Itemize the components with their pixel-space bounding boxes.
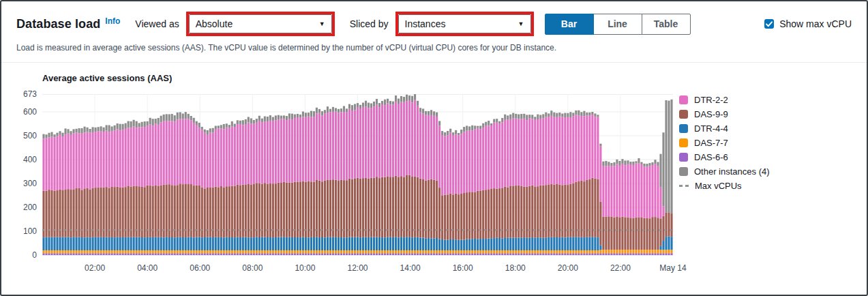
x-tick-label: 02:00: [71, 263, 119, 273]
legend-item[interactable]: DAS-9-9: [679, 107, 770, 121]
legend-item-max-vcpus[interactable]: Max vCPUs: [679, 179, 770, 193]
x-tick-label: 10:00: [281, 263, 329, 273]
info-link[interactable]: Info: [105, 16, 120, 26]
chart-type-toggle: Bar Line Table: [545, 14, 691, 35]
legend-swatch-icon: [679, 153, 688, 162]
x-tick-label: 14:00: [387, 263, 434, 273]
legend-swatch-icon: [679, 95, 688, 104]
y-tick-label: 100: [4, 226, 37, 236]
table-view-button[interactable]: Table: [642, 14, 691, 35]
legend-swatch-icon: [679, 167, 688, 176]
x-tick-label: 20:00: [544, 263, 592, 273]
widget-description: Load is measured in average active sessi…: [1, 36, 867, 62]
y-tick-label: 500: [4, 131, 37, 140]
x-tick-label: 12:00: [334, 263, 382, 273]
x-tick-label: 06:00: [176, 263, 224, 273]
legend-swatch-icon: [679, 124, 688, 133]
y-tick-label: 673: [4, 89, 37, 99]
x-tick-label: 22:00: [597, 263, 644, 273]
legend-label: DTR-2-2: [694, 95, 728, 105]
y-tick-label: 600: [4, 107, 37, 117]
database-load-widget: Database load Info Viewed as Absolute ▼ …: [1, 1, 867, 292]
page-title: Database load: [16, 17, 100, 31]
sliced-by-value: Instances: [405, 18, 446, 29]
x-tick-label: 08:00: [228, 263, 276, 273]
legend-label: Max vCPUs: [695, 181, 742, 191]
chart-legend: DTR-2-2DAS-9-9DTR-4-4DAS-7-7DAS-6-6Other…: [679, 93, 770, 193]
bar-view-button[interactable]: Bar: [545, 14, 594, 35]
viewed-as-annotation-box: Absolute ▼: [186, 12, 335, 36]
show-max-vcpu-label: Show max vCPU: [779, 18, 852, 29]
y-tick-label: 200: [4, 203, 37, 212]
sliced-by-label: Sliced by: [350, 18, 389, 29]
x-tick-label: 16:00: [439, 263, 487, 273]
dashed-line-icon: [679, 185, 689, 187]
viewed-as-value: Absolute: [196, 18, 233, 29]
db-load-chart: Average active sessions (AAS) 6736005004…: [1, 63, 867, 292]
legend-item[interactable]: Other instances (4): [679, 164, 770, 179]
x-tick-label: 04:00: [123, 263, 171, 273]
y-tick-label: 300: [4, 179, 37, 188]
stacked-bar-plot[interactable]: [42, 94, 673, 259]
legend-item[interactable]: DAS-6-6: [679, 150, 770, 164]
viewed-as-label: Viewed as: [135, 18, 179, 29]
checkbox-checked-icon[interactable]: [764, 19, 774, 29]
sliced-by-select[interactable]: Instances ▼: [398, 14, 531, 33]
legend-item[interactable]: DTR-2-2: [679, 93, 770, 107]
legend-label: DAS-7-7: [694, 138, 728, 148]
legend-label: DTR-4-4: [694, 123, 728, 134]
x-tick-label: May 14: [649, 263, 697, 273]
chart-title: Average active sessions (AAS): [42, 73, 172, 83]
legend-item[interactable]: DAS-7-7: [679, 136, 770, 150]
line-view-button[interactable]: Line: [593, 14, 642, 35]
x-tick-label: 18:00: [492, 263, 539, 273]
legend-item[interactable]: DTR-4-4: [679, 121, 770, 136]
y-tick-label: 400: [4, 155, 37, 164]
legend-label: DAS-6-6: [694, 152, 728, 162]
y-tick-label: 0: [4, 250, 37, 260]
viewed-as-select[interactable]: Absolute ▼: [189, 14, 332, 33]
sliced-by-annotation-box: Instances ▼: [395, 12, 534, 36]
chevron-down-icon: ▼: [518, 20, 524, 27]
chevron-down-icon: ▼: [319, 20, 325, 27]
legend-swatch-icon: [679, 110, 688, 119]
show-max-vcpu-checkbox[interactable]: Show max vCPU: [764, 18, 852, 29]
legend-label: DAS-9-9: [694, 109, 728, 119]
legend-swatch-icon: [679, 138, 688, 147]
legend-label: Other instances (4): [694, 166, 770, 177]
widget-header: Database load Info Viewed as Absolute ▼ …: [1, 1, 867, 36]
